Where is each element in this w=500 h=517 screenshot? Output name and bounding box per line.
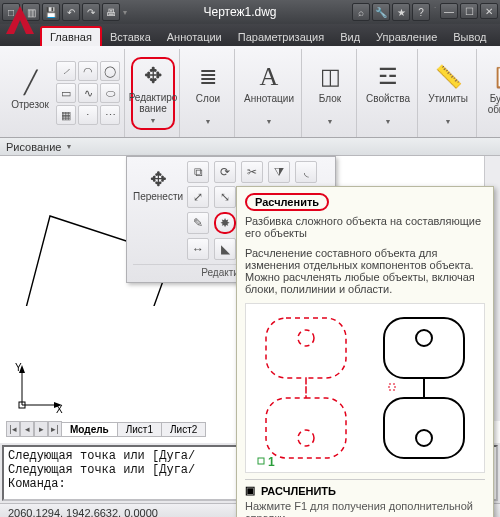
tooltip-command: ▣ РАСЧЛЕНИТЬ	[245, 479, 485, 497]
close-button[interactable]: ✕	[480, 3, 498, 19]
star-icon[interactable]: ★	[392, 3, 410, 21]
text-icon: A	[254, 62, 284, 92]
circle-icon[interactable]: ◯	[100, 61, 120, 81]
status-coords: 2060.1294, 1942.6632, 0.0000	[8, 507, 158, 518]
tab-insert[interactable]: Вставка	[102, 28, 159, 46]
line-button[interactable]: ╱ Отрезок	[8, 66, 52, 121]
tab-view[interactable]: Вид	[332, 28, 368, 46]
explode-icon[interactable]: ✸	[214, 212, 236, 234]
sheet-tab-layout2[interactable]: Лист2	[162, 422, 206, 437]
sheet-tab-model[interactable]: Модель	[62, 422, 118, 437]
qat-print-icon[interactable]: 🖶	[102, 3, 120, 21]
window-title: Чертеж1.dwg	[128, 5, 352, 19]
polyline-icon[interactable]: ⟋	[56, 61, 76, 81]
block-label: Блок	[319, 93, 341, 115]
ucs-x-label: X	[56, 404, 63, 413]
workspace[interactable]: ✥ Перенести ⧉ ⟳ ✂ ⧩ ◟ ⤢ ⤡ ▦ ◎ ⌫ ✎ ✸ ☰	[0, 156, 500, 443]
qat-save-icon[interactable]: 💾	[42, 3, 60, 21]
panel-block: ◫ Блок ▼	[304, 49, 357, 137]
chevron-down-icon: ▼	[445, 116, 452, 127]
sheet-tab-layout1[interactable]: Лист1	[118, 422, 162, 437]
utilities-button[interactable]: 📏 Утилиты ▼	[424, 60, 472, 127]
clipboard-button[interactable]: 📋 Буфер обмена ▼	[483, 60, 500, 127]
panel-modify: ✥ Редактиро вание ▼	[127, 49, 180, 137]
annotation-button[interactable]: A Аннотации ▼	[241, 60, 297, 127]
measure-icon: 📏	[433, 62, 463, 92]
paste-icon: 📋	[490, 62, 500, 92]
ribbon: ╱ Отрезок ⟋ ◠ ◯ ▭ ∿ ⬭ ▦ ⋅ ⋯ ✥ Редактиро …	[0, 46, 500, 138]
ellipse-icon[interactable]: ⬭	[100, 83, 120, 103]
spline-icon[interactable]: ∿	[78, 83, 98, 103]
hatch-icon[interactable]: ▦	[56, 105, 76, 125]
lengthen-icon[interactable]: ↔	[187, 238, 209, 260]
title-right-tools: ⌕ 🔧 ★ ? · — ☐ ✕	[352, 3, 498, 21]
rotate-icon[interactable]: ⟳	[214, 161, 236, 183]
minimize-button[interactable]: —	[440, 3, 458, 19]
svg-rect-5	[389, 384, 395, 390]
draw-panel-title[interactable]: Рисование	[6, 141, 61, 153]
copy-icon[interactable]: ⧉	[187, 161, 209, 183]
tab-parametric[interactable]: Параметризация	[230, 28, 332, 46]
tab-annotate[interactable]: Аннотации	[159, 28, 230, 46]
title-sep: ·	[432, 3, 438, 21]
ribbon-collapse-icon[interactable]: ▾	[495, 37, 500, 46]
chevron-down-icon: ▼	[266, 116, 273, 127]
maximize-button[interactable]: ☐	[460, 3, 478, 19]
utilities-label: Утилиты	[428, 93, 468, 115]
trim-icon[interactable]: ✂	[241, 161, 263, 183]
arc-icon[interactable]: ◠	[78, 61, 98, 81]
panel-utilities: 📏 Утилиты ▼	[420, 49, 477, 137]
fillet-icon[interactable]: ◟	[295, 161, 317, 183]
tab-manage[interactable]: Управление	[368, 28, 445, 46]
chamfer-icon[interactable]: ◣	[214, 238, 236, 260]
keyword-search-icon[interactable]: ⌕	[352, 3, 370, 21]
layers-icon: ≣	[193, 62, 223, 92]
pedit-icon[interactable]: ✎	[187, 212, 209, 234]
panel-clipboard: 📋 Буфер обмена ▼	[479, 49, 500, 137]
chevron-down-icon[interactable]: ▼	[65, 143, 72, 150]
tooltip-illustration: 1	[245, 303, 485, 473]
scale-icon[interactable]: ⤡	[214, 186, 236, 208]
panel-layers: ≣ Слои ▼	[182, 49, 235, 137]
stretch-icon[interactable]: ⤢	[187, 186, 209, 208]
panel-annotation: A Аннотации ▼	[237, 49, 302, 137]
tooltip-help: Нажмите F1 для получения дополнительной …	[245, 497, 485, 517]
help-icon[interactable]: ?	[412, 3, 430, 21]
sheet-nav-last[interactable]: ▸|	[48, 421, 62, 437]
ribbon-tabs: Главная Вставка Аннотации Параметризация…	[0, 24, 500, 46]
sheet-tabs: |◂ ◂ ▸ ▸| Модель Лист1 Лист2	[6, 421, 206, 437]
wrench-icon[interactable]: 🔧	[372, 3, 390, 21]
tooltip-title: Расчленить	[245, 193, 329, 211]
app-logo[interactable]	[2, 2, 38, 38]
svg-rect-2	[258, 458, 264, 464]
properties-label: Свойства	[366, 93, 410, 115]
mirror-icon[interactable]: ⧩	[268, 161, 290, 183]
svg-point-1	[298, 430, 314, 446]
clipboard-label: Буфер обмена	[488, 93, 500, 115]
line-label: Отрезок	[11, 99, 49, 121]
panel-title-strip: Рисование ▼	[0, 138, 500, 156]
qat-redo-icon[interactable]: ↷	[82, 3, 100, 21]
rect-icon[interactable]: ▭	[56, 83, 76, 103]
tooltip-command-label: РАСЧЛЕНИТЬ	[261, 485, 336, 497]
sheet-nav-first[interactable]: |◂	[6, 421, 20, 437]
point-icon[interactable]: ⋅	[78, 105, 98, 125]
more-draw-icon[interactable]: ⋯	[100, 105, 120, 125]
sheet-nav-next[interactable]: ▸	[34, 421, 48, 437]
qat-undo-icon[interactable]: ↶	[62, 3, 80, 21]
sheet-nav-prev[interactable]: ◂	[20, 421, 34, 437]
properties-button[interactable]: ☲ Свойства ▼	[363, 60, 413, 127]
move-icon: ✥	[138, 61, 168, 91]
tooltip: Расчленить Разбивка сложного объекта на …	[236, 186, 494, 517]
block-button[interactable]: ◫ Блок ▼	[308, 60, 352, 127]
modify-label: Редактиро вание	[129, 92, 178, 114]
tab-home[interactable]: Главная	[40, 26, 102, 46]
tooltip-marker: 1	[268, 455, 275, 468]
tab-output[interactable]: Вывод	[445, 28, 494, 46]
layers-label: Слои	[196, 93, 220, 115]
layers-button[interactable]: ≣ Слои ▼	[186, 60, 230, 127]
chevron-down-icon: ▼	[327, 116, 334, 127]
move-tool-button[interactable]: ✥ Перенести	[133, 167, 183, 202]
modify-button[interactable]: ✥ Редактиро вание ▼	[131, 57, 175, 130]
line-icon: ╱	[15, 68, 45, 98]
